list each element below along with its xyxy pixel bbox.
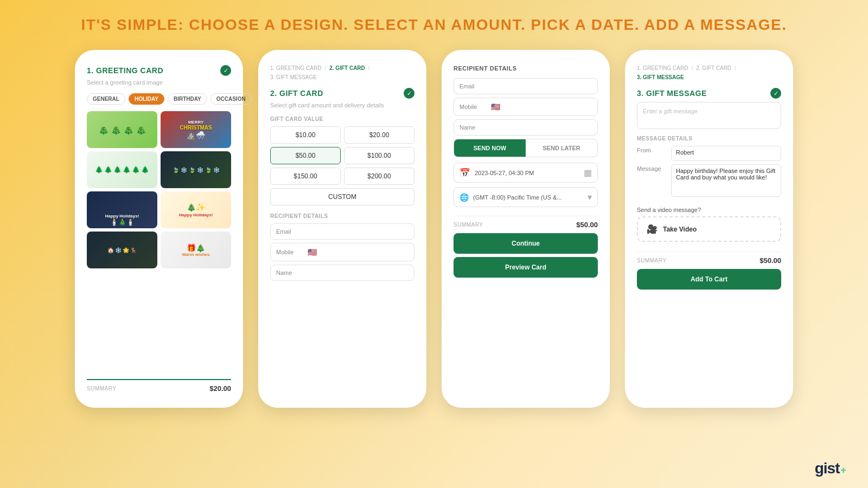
p4-breadcrumb-step2: 2. GIFT CARD bbox=[696, 65, 731, 71]
send-video-label: Send a video message? bbox=[637, 207, 781, 213]
preview-card-btn[interactable]: Preview Card bbox=[454, 257, 598, 278]
tag-holiday[interactable]: HOLIDAY bbox=[129, 93, 164, 105]
rd-email-row: Email bbox=[454, 78, 598, 94]
sep1: / bbox=[324, 65, 326, 71]
phone2-check-icon: ✓ bbox=[404, 88, 414, 99]
value-20[interactable]: $20.00 bbox=[344, 126, 414, 144]
breadcrumb-step1: 1. GREETING CARD bbox=[270, 65, 321, 71]
tz-chevron-icon[interactable]: ▾ bbox=[588, 192, 592, 202]
phone2-subtitle: Select gift card amount and delivery det… bbox=[270, 102, 414, 108]
breadcrumb-step3: 3. GIFT MESSAGE bbox=[270, 74, 317, 80]
phone1-tag-row: GENERAL HOLIDAY BIRTHDAY OCCASION bbox=[87, 93, 231, 105]
gift-message-input[interactable]: Enter a gift message bbox=[637, 102, 781, 129]
take-video-label: Take Video bbox=[663, 226, 697, 233]
rd-name-input[interactable] bbox=[491, 124, 592, 131]
date-row: 📅 2023-05-27, 04:30 PM ▦ bbox=[454, 163, 598, 183]
tag-general[interactable]: GENERAL bbox=[87, 93, 125, 105]
card-thumb-2[interactable]: MERRY CHRISTMAS ⛰️🌨️ bbox=[161, 111, 231, 148]
phone1-subtitle: Select a greeting card image bbox=[87, 79, 231, 86]
mobile-label: Mobile bbox=[276, 249, 303, 255]
card-thumb-7[interactable]: 🏠❄️🌟🦌 bbox=[87, 232, 157, 268]
phone-2: 1. GREETING CARD / 2. GIFT CARD / 3. GIF… bbox=[258, 50, 426, 408]
phone4-summary-label: SUMMARY bbox=[637, 258, 666, 264]
continue-btn[interactable]: Continue bbox=[454, 233, 598, 254]
rd-mobile-input[interactable] bbox=[505, 104, 592, 110]
card-thumb-3[interactable]: 🌲🌲🌲🌲🌲🌲 bbox=[87, 151, 157, 188]
value-10[interactable]: $10.00 bbox=[270, 126, 341, 144]
from-label: From bbox=[637, 146, 667, 153]
name-label: Name bbox=[276, 269, 303, 276]
phone4-summary: SUMMARY $50.00 bbox=[637, 252, 781, 265]
sep2: / bbox=[368, 65, 370, 71]
tag-birthday[interactable]: BIRTHDAY bbox=[168, 93, 207, 105]
rd-email-input[interactable] bbox=[491, 83, 592, 89]
logo-text: gist bbox=[815, 460, 840, 477]
headline: IT'S SIMPLE: CHOOSE A DESIGN. SELECT AN … bbox=[81, 16, 787, 34]
message-row: Message Happy birthday! Please enjoy thi… bbox=[637, 164, 781, 197]
phone4-breadcrumb: 1. GREETING CARD / 2. GIFT CARD / 3. GIF… bbox=[637, 65, 781, 80]
msg-label: Message bbox=[637, 164, 667, 172]
name-input[interactable] bbox=[308, 269, 409, 276]
date-picker-icon[interactable]: ▦ bbox=[584, 168, 592, 178]
phone1-summary: SUMMARY $20.00 bbox=[87, 379, 231, 397]
email-input[interactable] bbox=[308, 228, 409, 235]
phone3-summary-amount: $50.00 bbox=[576, 221, 598, 229]
tz-row: 🌐 (GMT -8:00) Pacific Time (US &... ▾ bbox=[454, 187, 598, 207]
phone2-section-title: 2. GIFT CARD bbox=[270, 89, 323, 98]
phone4-summary-amount: $50.00 bbox=[760, 256, 781, 265]
value-custom[interactable]: CUSTOM bbox=[270, 188, 414, 206]
p4-sep2: / bbox=[735, 65, 736, 71]
send-toggle: SEND NOW SEND LATER bbox=[454, 139, 598, 157]
phone1-summary-amount: $20.00 bbox=[209, 384, 231, 393]
rd-email-label: Email bbox=[459, 83, 487, 89]
value-100[interactable]: $100.00 bbox=[344, 147, 414, 164]
email-label: Email bbox=[276, 228, 303, 235]
rd-name-row: Name bbox=[454, 119, 598, 136]
rd-name-label: Name bbox=[459, 124, 487, 131]
p4-breadcrumb-step1: 1. GREETING CARD bbox=[637, 65, 688, 71]
name-input-row: Name bbox=[270, 265, 414, 281]
mobile-input[interactable] bbox=[321, 249, 409, 255]
card-thumb-1[interactable]: 🎄🎄🎄🎄 bbox=[87, 111, 157, 148]
card-thumb-8[interactable]: 🎁🎄 Warm wishes bbox=[161, 232, 231, 268]
value-150[interactable]: $150.00 bbox=[270, 168, 341, 185]
add-to-cart-btn[interactable]: Add To Cart bbox=[637, 269, 781, 290]
gift-value-label: GIFT CARD VALUE bbox=[270, 116, 414, 122]
send-later-btn[interactable]: SEND LATER bbox=[526, 139, 597, 157]
recipient-label: RECIPIENT DETAILS bbox=[270, 213, 414, 219]
phone3-summary-label: SUMMARY bbox=[454, 222, 483, 228]
phones-row: 1. GREETING CARD ✓ Select a greeting car… bbox=[22, 50, 846, 408]
msg-value: Happy birthday! Please enjoy this Gift C… bbox=[671, 164, 781, 197]
phone-1: 1. GREETING CARD ✓ Select a greeting car… bbox=[75, 50, 243, 408]
rd-title: RECIPIENT DETAILS bbox=[454, 65, 598, 72]
send-now-btn[interactable]: SEND NOW bbox=[454, 139, 526, 157]
card-thumb-6[interactable]: 🎄✨ Happy Holidays! bbox=[161, 191, 231, 228]
card-grid: 🎄🎄🎄🎄 MERRY CHRISTMAS ⛰️🌨️ 🌲🌲🌲🌲🌲🌲 🍃❄ bbox=[87, 111, 231, 268]
logo-area: gist + bbox=[815, 460, 846, 477]
video-icon: 🎥 bbox=[647, 224, 658, 234]
card-thumb-4[interactable]: 🍃❄️🍃❄️🍃❄️ bbox=[161, 151, 231, 188]
from-row: From Robert bbox=[637, 146, 781, 161]
tag-occasion[interactable]: OCCASION bbox=[210, 93, 252, 105]
phone1-section-title: 1. GREETING CARD bbox=[87, 66, 163, 75]
rd-mobile-label: Mobile bbox=[459, 104, 487, 110]
rd-flag-icon: 🇺🇸 bbox=[491, 102, 500, 111]
flag-icon: 🇺🇸 bbox=[308, 248, 317, 256]
card-thumb-5[interactable]: Happy Holidays! 🕯️🎄🕯️ bbox=[87, 191, 157, 228]
value-50[interactable]: $50.00 bbox=[270, 147, 341, 164]
video-section[interactable]: 🎥 Take Video bbox=[637, 216, 781, 242]
mobile-input-row: Mobile 🇺🇸 bbox=[270, 243, 414, 261]
phone2-breadcrumb: 1. GREETING CARD / 2. GIFT CARD / 3. GIF… bbox=[270, 65, 414, 80]
from-value: Robert bbox=[671, 146, 781, 161]
msg-placeholder: Enter a gift message bbox=[643, 108, 698, 114]
value-200[interactable]: $200.00 bbox=[344, 168, 414, 185]
phone-4: 1. GREETING CARD / 2. GIFT CARD / 3. GIF… bbox=[625, 50, 793, 408]
phone1-check-icon: ✓ bbox=[220, 65, 231, 76]
date-text: 2023-05-27, 04:30 PM bbox=[475, 170, 579, 176]
tz-text: (GMT -8:00) Pacific Time (US &... bbox=[473, 194, 583, 201]
phone1-summary-label: SUMMARY bbox=[87, 386, 116, 391]
breadcrumb-step2-active: 2. GIFT CARD bbox=[329, 65, 365, 71]
phone-3: RECIPIENT DETAILS Email Mobile 🇺🇸 Name S… bbox=[442, 50, 610, 408]
p4-breadcrumb-step3-active: 3. GIFT MESSAGE bbox=[637, 74, 684, 80]
phone4-check-icon: ✓ bbox=[770, 88, 781, 99]
